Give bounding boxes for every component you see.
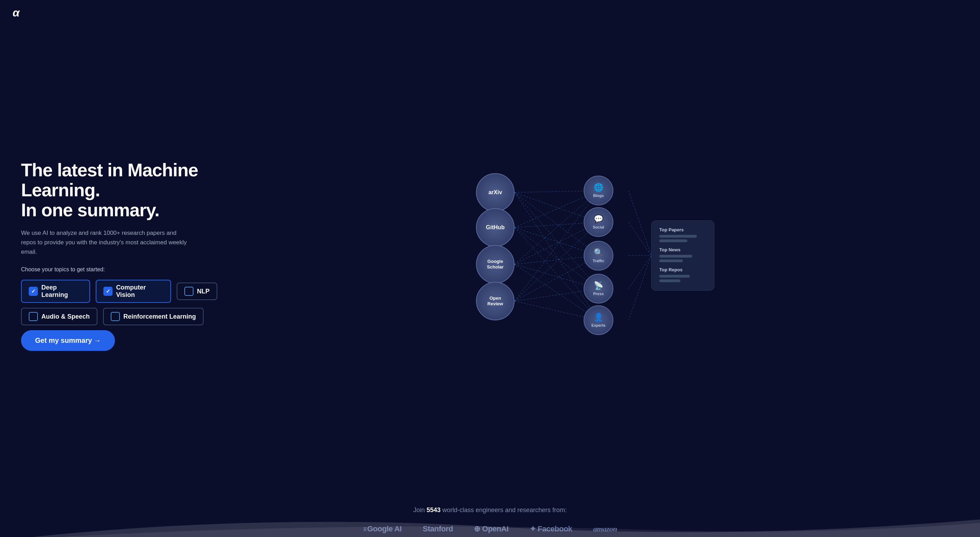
svg-line-23: [628, 255, 651, 289]
topic-label-nlp: NLP: [197, 288, 210, 295]
node-blogs-label: Blogs: [593, 193, 604, 198]
svg-line-21: [628, 222, 651, 255]
output-bar-repos-2: [659, 279, 680, 282]
topic-label-deep-learning: Deep Learning: [41, 284, 83, 299]
output-card: Top Papers Top News Top Repos: [651, 220, 714, 291]
node-press: 📡 Press: [584, 274, 613, 304]
get-summary-button[interactable]: Get my summary →: [21, 330, 115, 351]
bottom-wave: [0, 513, 980, 537]
output-top-repos-title: Top Repos: [659, 267, 706, 272]
topic-audio-speech[interactable]: Audio & Speech: [21, 308, 97, 325]
checkbox-reinforcement-learning: [111, 312, 120, 321]
node-social-label: Social: [593, 225, 604, 229]
node-experts: 👤 Experts: [584, 305, 613, 335]
checkbox-nlp: [185, 287, 194, 296]
output-top-papers-title: Top Papers: [659, 227, 706, 233]
checkbox-audio-speech: [29, 312, 38, 321]
output-bar-repos-1: [659, 275, 690, 277]
topics-row-1: Deep Learning Computer Vision NLP: [21, 280, 217, 303]
node-experts-label: Experts: [591, 323, 605, 327]
output-section-top-papers: Top Papers: [659, 227, 706, 242]
experts-icon: 👤: [594, 313, 603, 321]
node-arxiv: arXiv: [476, 173, 514, 212]
blogs-icon: 🌐: [594, 184, 603, 191]
choose-label: Choose your topics to get started:: [21, 266, 217, 273]
output-section-top-repos: Top Repos: [659, 267, 706, 282]
topic-nlp[interactable]: NLP: [177, 282, 217, 300]
node-google-scholar: GoogleScholar: [476, 245, 514, 284]
traffic-icon: 🔍: [594, 249, 603, 257]
topic-label-computer-vision: Computer Vision: [116, 284, 163, 299]
svg-line-24: [628, 255, 651, 320]
topic-computer-vision[interactable]: Computer Vision: [96, 280, 171, 303]
logo: α: [13, 6, 19, 19]
node-social: 💬 Social: [584, 207, 613, 237]
press-icon: 📡: [594, 282, 603, 290]
node-google-scholar-label: GoogleScholar: [487, 259, 504, 269]
topics-row-2: Audio & Speech Reinforcement Learning: [21, 308, 217, 325]
diagram-container: .conn-line { stroke: #3a7bd5; stroke-wid…: [466, 171, 711, 339]
node-traffic-label: Traffic: [593, 259, 604, 263]
hero-left: The latest in Machine Learning. In one s…: [21, 160, 217, 351]
output-bar-news-1: [659, 255, 692, 258]
navbar: α: [0, 0, 980, 25]
svg-line-20: [628, 191, 651, 255]
output-bar-papers-2: [659, 239, 687, 242]
svg-line-3: [514, 193, 599, 289]
topic-label-reinforcement-learning: Reinforcement Learning: [123, 313, 196, 320]
wave-svg: [0, 513, 980, 537]
output-top-news-title: Top News: [659, 247, 706, 252]
topic-deep-learning[interactable]: Deep Learning: [21, 280, 90, 303]
node-open-review: OpenReview: [476, 282, 514, 320]
node-github: GitHub: [476, 208, 514, 247]
node-traffic: 🔍 Traffic: [584, 241, 613, 271]
checkbox-computer-vision: [103, 287, 113, 296]
page-wrapper: α The latest in Machine Learning. In one…: [0, 0, 980, 537]
node-github-label: GitHub: [486, 224, 504, 231]
social-icon: 💬: [594, 215, 603, 223]
hero-title: The latest in Machine Learning. In one s…: [21, 160, 217, 220]
output-section-top-news: Top News: [659, 247, 706, 262]
hero-right: .conn-line { stroke: #3a7bd5; stroke-wid…: [217, 164, 959, 347]
node-blogs: 🌐 Blogs: [584, 175, 613, 206]
checkbox-deep-learning: [29, 287, 38, 296]
topic-label-audio-speech: Audio & Speech: [41, 313, 90, 320]
hero-subtitle: We use AI to analyze and rank 1000+ rese…: [21, 228, 189, 257]
hero-section: The latest in Machine Learning. In one s…: [0, 25, 980, 492]
output-bar-news-2: [659, 260, 683, 262]
node-arxiv-label: arXiv: [488, 189, 502, 196]
topic-reinforcement-learning[interactable]: Reinforcement Learning: [103, 308, 204, 325]
node-open-review-label: OpenReview: [488, 295, 503, 306]
output-bar-papers-1: [659, 235, 697, 237]
node-press-label: Press: [593, 292, 604, 296]
